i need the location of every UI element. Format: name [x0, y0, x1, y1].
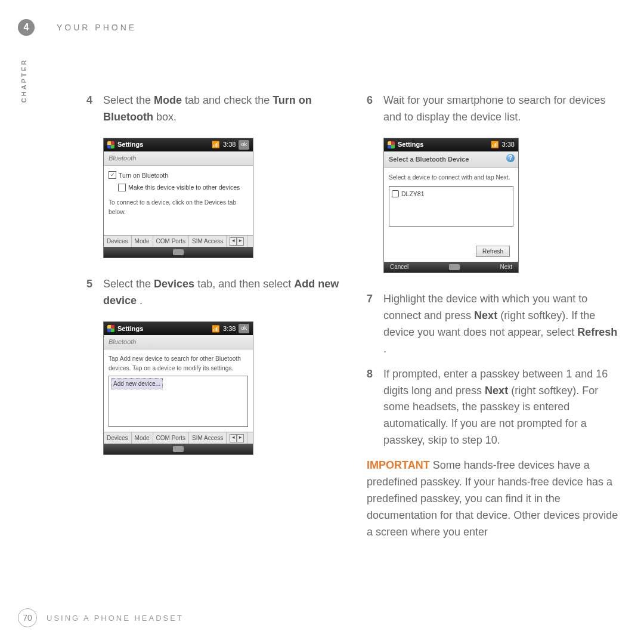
tab-bar: Devices Mode COM Ports SIM Access ◄►: [104, 235, 253, 247]
clock: 3:38: [223, 140, 236, 150]
text: Select the: [103, 278, 154, 290]
step-number: 4: [86, 92, 103, 126]
bold-next: Next: [485, 385, 508, 397]
text: Select the: [103, 94, 154, 106]
device-item[interactable]: DLZY81: [392, 189, 510, 199]
tab-devices[interactable]: Devices: [104, 432, 132, 444]
text: Wait for your smartphone to search for d…: [383, 92, 623, 126]
tab-scroll-right-icon[interactable]: ►: [237, 237, 244, 246]
window-title: Settings: [117, 140, 143, 150]
start-icon: [388, 141, 395, 148]
right-column: 6 Wait for your smartphone to search for…: [367, 92, 623, 541]
bluetooth-device-icon: [392, 190, 399, 197]
step-number: 8: [367, 366, 383, 449]
signal-icon: 📶: [212, 324, 220, 334]
window-title: Settings: [398, 140, 423, 150]
important-label: IMPORTANT: [367, 459, 430, 471]
start-icon: [107, 325, 114, 332]
window-title: Settings: [117, 324, 143, 334]
step-6: 6 Wait for your smartphone to search for…: [367, 92, 623, 126]
step-4: 4 Select the Mode tab and check the Turn…: [86, 92, 343, 126]
panel-heading: Select a Bluetooth Device ?: [384, 151, 518, 168]
text: tab and check the: [185, 94, 273, 106]
step-7: 7 Highlight the device with which you wa…: [367, 291, 623, 358]
signal-icon: 📶: [491, 140, 499, 150]
checkbox-make-visible[interactable]: Make this device visible to other device…: [118, 182, 248, 192]
page-footer: 70 USING A PHONE HEADSET: [18, 608, 184, 627]
tab-bar: Devices Mode COM Ports SIM Access ◄►: [104, 432, 253, 444]
keyboard-icon[interactable]: [449, 264, 460, 270]
device-list: DLZY81: [389, 186, 513, 227]
step-number: 5: [86, 276, 103, 309]
screenshot-bluetooth-devices: Settings 📶 3:38 ok Bluetooth Tap Add new…: [103, 321, 253, 455]
hint-text: Tap Add new device to search for other B…: [109, 354, 248, 373]
keyboard-icon[interactable]: [173, 249, 184, 255]
checkbox-label: Make this device visible to other device…: [128, 182, 240, 192]
step-number: 7: [367, 291, 383, 358]
tab-devices[interactable]: Devices: [104, 236, 132, 247]
step-5: 5 Select the Devices tab, and then selec…: [86, 276, 343, 309]
cancel-softkey[interactable]: Cancel: [390, 262, 408, 272]
checkbox-turn-on-bluetooth[interactable]: ✓ Turn on Bluetooth: [109, 171, 248, 180]
text: tab, and then select: [197, 278, 294, 290]
footer-section: USING A PHONE HEADSET: [47, 614, 184, 623]
running-head: YOUR PHONE: [57, 23, 137, 32]
tab-sim-access[interactable]: SIM Access: [189, 236, 227, 247]
text: .: [140, 295, 143, 306]
left-column: 4 Select the Mode tab and check the Turn…: [86, 92, 343, 541]
text: .: [383, 343, 386, 355]
chapter-vertical-label: CHAPTER: [20, 58, 27, 103]
clock: 3:38: [502, 140, 515, 150]
tab-com-ports[interactable]: COM Ports: [153, 236, 189, 247]
panel-heading: Bluetooth: [104, 151, 253, 166]
refresh-button[interactable]: Refresh: [476, 246, 510, 258]
help-icon[interactable]: ?: [506, 154, 515, 162]
hint-text: To connect to a device, click on the Dev…: [109, 198, 248, 217]
clock: 3:38: [223, 324, 236, 334]
check-icon: ✓: [109, 171, 116, 179]
panel-heading: Bluetooth: [104, 335, 253, 349]
step-number: 6: [367, 92, 383, 126]
ok-button[interactable]: ok: [239, 324, 249, 333]
checkbox-label: Turn on Bluetooth: [119, 171, 168, 180]
check-icon: [118, 184, 126, 191]
bold-next: Next: [474, 309, 497, 321]
text: box.: [156, 111, 177, 123]
tab-mode[interactable]: Mode: [132, 236, 153, 247]
signal-icon: 📶: [212, 140, 220, 150]
add-new-device[interactable]: Add new device...: [111, 378, 163, 390]
start-icon: [107, 141, 114, 148]
ok-button[interactable]: ok: [239, 140, 249, 150]
bold-refresh: Refresh: [577, 326, 617, 338]
step-8: 8 If prompted, enter a passkey between 1…: [367, 366, 623, 449]
important-note: IMPORTANT Some hands-free devices have a…: [367, 457, 623, 540]
tab-scroll-right-icon[interactable]: ►: [237, 434, 244, 442]
screenshot-bluetooth-mode: Settings 📶 3:38 ok Bluetooth ✓ Turn on B…: [103, 138, 253, 259]
hint-text: Select a device to connect with and tap …: [389, 173, 513, 182]
tab-scroll-left-icon[interactable]: ◄: [230, 434, 237, 442]
screenshot-select-device: Settings 📶 3:38 Select a Bluetooth Devic…: [383, 138, 519, 273]
tab-scroll-left-icon[interactable]: ◄: [230, 237, 237, 246]
bold-mode: Mode: [154, 94, 182, 106]
chapter-number-badge: 4: [18, 19, 35, 36]
page-number: 70: [18, 608, 37, 627]
device-name: DLZY81: [401, 189, 425, 199]
keyboard-icon[interactable]: [173, 446, 184, 452]
bold-devices: Devices: [154, 278, 194, 290]
tab-mode[interactable]: Mode: [132, 432, 153, 444]
next-softkey[interactable]: Next: [500, 262, 512, 272]
tab-com-ports[interactable]: COM Ports: [153, 432, 189, 444]
tab-sim-access[interactable]: SIM Access: [189, 432, 227, 444]
device-list: Add new device...: [109, 376, 248, 427]
